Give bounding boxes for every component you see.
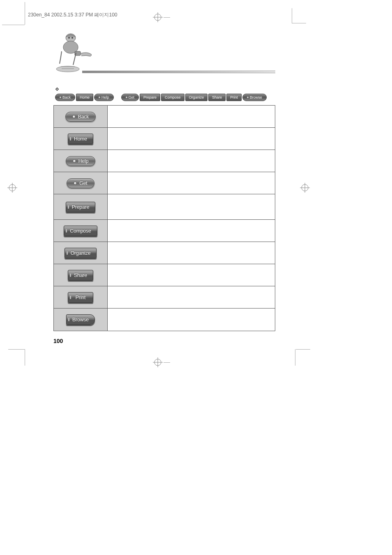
table-row: Back <box>54 106 275 128</box>
description-cell <box>108 128 275 150</box>
table-row: Home <box>54 128 275 150</box>
crop-mark <box>8 349 25 350</box>
registration-mark-icon <box>153 12 163 22</box>
home-button-icon: Home <box>68 134 93 144</box>
prepare-button-icon: Prepare <box>66 202 96 212</box>
table-row: Help <box>54 150 275 172</box>
print-button-icon: Print <box>68 292 93 303</box>
icon-cell: Share <box>54 264 108 286</box>
mascot-illustration-icon <box>53 29 99 74</box>
toolbar-share-button: Share <box>208 94 226 101</box>
table-row: Browse <box>54 309 275 331</box>
toolbar-prepare-button: Prepare <box>140 94 160 101</box>
icon-cell: Print <box>54 286 108 308</box>
description-cell <box>108 106 275 127</box>
icon-cell: Organize <box>54 242 108 264</box>
registration-mark-icon <box>153 357 163 367</box>
help-button-icon: Help <box>66 156 96 166</box>
organize-button-icon: Organize <box>65 248 97 258</box>
table-row: Share <box>54 264 275 286</box>
toolbar-get-button: Get <box>121 94 139 101</box>
crop-mark <box>25 349 25 366</box>
description-cell <box>108 309 275 331</box>
table-row: Print <box>54 286 275 309</box>
svg-point-14 <box>71 37 73 39</box>
description-cell <box>108 172 275 194</box>
description-cell <box>108 286 275 308</box>
table-row: Get <box>54 172 275 194</box>
page-number: 100 <box>53 338 275 344</box>
button-reference-table: Back Home Help Get Prepare <box>53 105 275 331</box>
description-cell <box>108 150 275 172</box>
icon-cell: Help <box>54 150 108 172</box>
svg-point-13 <box>68 37 70 39</box>
icon-cell: Back <box>54 106 108 127</box>
toolbar-compose-button: Compose <box>161 94 184 101</box>
registration-mark-icon <box>7 183 17 193</box>
crop-mark <box>292 23 306 23</box>
description-cell <box>108 242 275 264</box>
toolbar-organize-button: Organize <box>185 94 208 101</box>
header-divider <box>82 71 275 73</box>
description-cell <box>108 194 275 219</box>
registration-mark-icon <box>300 183 310 193</box>
crop-mark <box>164 362 170 363</box>
icon-cell: Prepare <box>54 194 108 219</box>
table-row: Compose <box>54 220 275 242</box>
document-header: 230en_84 2002.5.15 3:37 PM 페이지100 <box>28 12 118 18</box>
table-row: Prepare <box>54 194 275 220</box>
toolbar-print-button: Print <box>226 94 242 101</box>
page-content: Back Home Help Get Prepare Compose Organ… <box>53 29 275 344</box>
toolbar-back-button: Back <box>55 94 75 101</box>
crop-mark <box>164 17 170 18</box>
crop-mark <box>25 2 25 25</box>
table-row: Organize <box>54 242 275 264</box>
get-button-icon: Get <box>67 178 94 188</box>
crop-mark <box>296 349 310 350</box>
icon-cell: Compose <box>54 220 108 242</box>
back-button-icon: Back <box>65 112 96 122</box>
svg-point-17 <box>56 66 79 72</box>
diamond-bullet-icon <box>55 85 59 90</box>
share-button-icon: Share <box>68 270 93 281</box>
toolbar-browse-button: Browse <box>242 94 267 101</box>
crop-mark <box>292 8 292 23</box>
description-cell <box>108 264 275 286</box>
page-header-section <box>53 29 275 78</box>
icon-cell: Home <box>54 128 108 150</box>
icon-cell: Browse <box>54 309 108 331</box>
toolbar-help-button: Help <box>94 94 114 101</box>
toolbar-screenshot: Back Home Help Get Prepare Compose Organ… <box>53 93 275 102</box>
browse-button-icon: Browse <box>66 314 95 325</box>
description-cell <box>108 220 275 242</box>
compose-button-icon: Compose <box>64 226 97 236</box>
crop-mark <box>2 25 25 25</box>
crop-mark <box>295 349 295 366</box>
icon-cell: Get <box>54 172 108 194</box>
toolbar-home-button: Home <box>76 94 93 101</box>
